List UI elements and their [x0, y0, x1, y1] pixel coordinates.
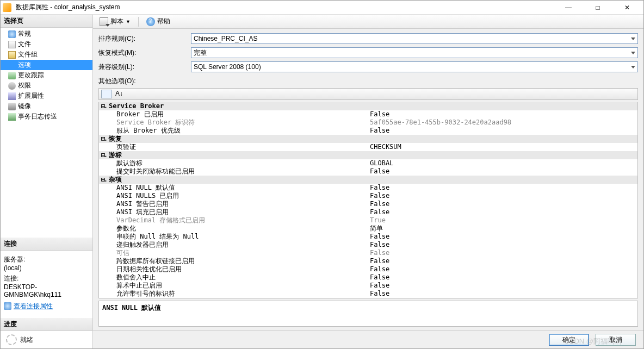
collapse-icon[interactable]: ⊟	[99, 135, 107, 143]
grid-row[interactable]: 服从 Broker 优先级False	[99, 127, 637, 135]
select-page-header: 选择页	[1, 15, 92, 28]
property-name: Service Broker 标识符	[107, 119, 368, 127]
cancel-button[interactable]: 取消	[596, 334, 636, 346]
grid-row[interactable]: 参数化简单	[99, 225, 637, 233]
page-tree: 常规 文件 文件组 选项 更改跟踪 权限 扩展属性 镜像 事务日志传送	[1, 28, 92, 123]
property-value[interactable]: False	[368, 184, 629, 192]
sidebar-item-permissions[interactable]: 权限	[1, 80, 92, 91]
grid-category[interactable]: ⊟杂项	[99, 176, 637, 184]
sidebar-item-label: 更改跟踪	[18, 71, 44, 80]
property-name: 数值舍入中止	[107, 273, 368, 282]
grid-row[interactable]: 页验证CHECKSUM	[99, 143, 637, 151]
property-value[interactable]: False	[368, 282, 629, 290]
grid-category[interactable]: ⊟状态	[99, 298, 637, 298]
grid-row[interactable]: 允许带引号的标识符False	[99, 290, 637, 298]
compat-select[interactable]: SQL Server 2008 (100)	[191, 61, 638, 72]
property-value[interactable]: False	[368, 265, 629, 273]
property-name: 页验证	[107, 143, 368, 151]
grid-row[interactable]: ANSI NULLS 已启用False	[99, 192, 637, 200]
collapse-icon[interactable]: ⊟	[99, 176, 107, 184]
recovery-label: 恢复模式(M):	[98, 48, 191, 58]
view-connection-link[interactable]: 查看连接属性	[4, 302, 53, 311]
property-name: 跨数据库所有权链接已启用	[107, 257, 368, 265]
grid-category[interactable]: ⊟恢复	[99, 135, 637, 143]
property-value[interactable]: False	[368, 127, 629, 135]
property-grid[interactable]: ⊟Service BrokerBroker 已启用FalseService Br…	[98, 102, 638, 298]
property-value[interactable]: False	[368, 233, 629, 241]
form-area: 排序规则(C): Chinese_PRC_CI_AS 恢复模式(M): 完整 兼…	[93, 29, 643, 102]
collapse-icon[interactable]: ⊟	[99, 102, 107, 110]
grid-row[interactable]: ANSI 填充已启用False	[99, 208, 637, 216]
collation-select[interactable]: Chinese_PRC_CI_AS	[191, 33, 638, 44]
property-value[interactable]: 简单	[368, 225, 629, 233]
grid-row[interactable]: Service Broker 标识符5af055ae-78e1-455b-903…	[99, 119, 637, 127]
sidebar-item-changetracking[interactable]: 更改跟踪	[1, 70, 92, 80]
property-value[interactable]: 5af055ae-78e1-455b-9032-24e20a2aad98	[368, 119, 629, 127]
help-button[interactable]: 帮助	[143, 16, 174, 27]
property-name: ANSI NULL 默认值	[107, 184, 368, 192]
property-value[interactable]: False	[368, 208, 629, 216]
close-button[interactable]: ✕	[617, 2, 637, 13]
compat-value: SQL Server 2008 (100)	[194, 63, 261, 71]
minimize-button[interactable]: —	[559, 2, 578, 13]
property-value[interactable]: False	[368, 200, 629, 208]
property-value[interactable]: False	[368, 273, 629, 282]
script-label: 脚本	[110, 17, 123, 26]
property-value[interactable]: GLOBAL	[368, 159, 629, 167]
grid-row[interactable]: 跨数据库所有权链接已启用False	[99, 257, 637, 265]
sidebar-item-options[interactable]: 选项	[1, 60, 92, 70]
property-name: 服从 Broker 优先级	[107, 127, 368, 135]
connection-block: 服务器: (local) 连接: DESKTOP-GMNBMGK\hkq111 …	[1, 251, 92, 314]
grid-sep	[129, 90, 140, 98]
grid-row[interactable]: 可信False	[99, 249, 637, 257]
help-icon	[146, 17, 155, 26]
property-value[interactable]: False	[368, 192, 629, 200]
sidebar-item-files[interactable]: 文件	[1, 39, 92, 49]
property-value[interactable]: False	[368, 241, 629, 249]
grid-category[interactable]: ⊟Service Broker	[99, 102, 637, 110]
sidebar-item-filegroups[interactable]: 文件组	[1, 49, 92, 60]
grid-row[interactable]: VarDecimal 存储格式已启用True	[99, 216, 637, 225]
property-value[interactable]: False	[368, 249, 629, 257]
property-value[interactable]: False	[368, 110, 629, 119]
sidebar-item-general[interactable]: 常规	[1, 29, 92, 39]
grid-row[interactable]: 提交时关闭游标功能已启用False	[99, 167, 637, 176]
property-name: ANSI 填充已启用	[107, 208, 368, 216]
categorized-button[interactable]	[101, 90, 112, 98]
grid-row[interactable]: 串联的 Null 结果为 NullFalse	[99, 233, 637, 241]
sidebar-item-extended[interactable]: 扩展属性	[1, 91, 92, 101]
property-name: 日期相关性优化已启用	[107, 265, 368, 273]
alphabetical-button[interactable]: A↓	[115, 90, 126, 98]
grid-row[interactable]: 数值舍入中止False	[99, 273, 637, 282]
property-name: 可信	[107, 249, 368, 257]
grid-row[interactable]: 默认游标GLOBAL	[99, 159, 637, 167]
grid-row[interactable]: Broker 已启用False	[99, 110, 637, 119]
grid-category[interactable]: ⊟游标	[99, 151, 637, 159]
maximize-button[interactable]: □	[588, 2, 608, 13]
property-name: 提交时关闭游标功能已启用	[107, 167, 368, 176]
script-button[interactable]: 脚本▼	[96, 16, 134, 27]
collapse-icon[interactable]: ⊟	[99, 151, 107, 159]
sidebar-item-logshipping[interactable]: 事务日志传送	[1, 111, 92, 122]
property-value[interactable]: False	[368, 167, 629, 176]
grid-row[interactable]: ANSI 警告已启用False	[99, 200, 637, 208]
sidebar-item-mirroring[interactable]: 镜像	[1, 101, 92, 111]
recovery-select[interactable]: 完整	[191, 47, 638, 58]
window-title: 数据库属性 - color_analysis_system	[16, 3, 559, 12]
property-value[interactable]: False	[368, 290, 629, 298]
page-icon	[8, 72, 16, 79]
category-name: Service Broker	[107, 102, 637, 110]
property-name: 允许带引号的标识符	[107, 290, 368, 298]
property-value[interactable]: False	[368, 257, 629, 265]
property-value[interactable]: CHECKSUM	[368, 143, 629, 151]
grid-row[interactable]: 算术中止已启用False	[99, 282, 637, 290]
grid-row[interactable]: 日期相关性优化已启用False	[99, 265, 637, 273]
page-icon	[8, 41, 16, 48]
main-area: 选择页 常规 文件 文件组 选项 更改跟踪 权限 扩展属性 镜像 事务日志传送 …	[1, 15, 643, 348]
grid-row[interactable]: 递归触发器已启用False	[99, 241, 637, 249]
category-name: 游标	[107, 151, 637, 159]
property-value[interactable]: True	[368, 216, 629, 225]
grid-row[interactable]: ANSI NULL 默认值False	[99, 184, 637, 192]
collapse-icon[interactable]: ⊟	[99, 298, 107, 298]
ok-button[interactable]: 确定	[549, 334, 589, 346]
